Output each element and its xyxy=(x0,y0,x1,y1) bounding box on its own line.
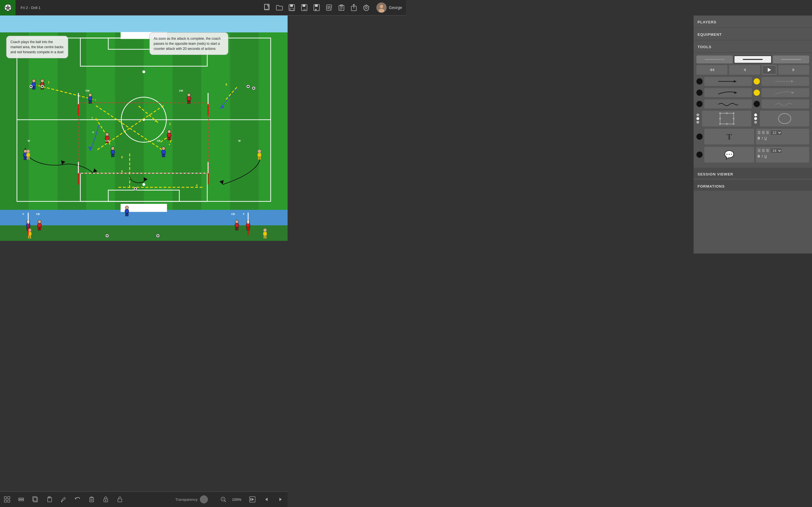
user-name: George xyxy=(389,5,402,10)
top-toolbar: Fri 2 - Drill 1 As ▣ xyxy=(0,0,406,15)
svg-rect-7 xyxy=(290,8,294,10)
svg-text:As: As xyxy=(303,8,306,11)
svg-point-27 xyxy=(380,5,383,8)
main-field-area: Coach plays the ball into the marked are… xyxy=(0,15,288,241)
open-file-button[interactable] xyxy=(273,0,286,15)
callout-1: Coach plays the ball into the marked are… xyxy=(6,36,68,58)
svg-rect-6 xyxy=(290,4,293,7)
svg-rect-3 xyxy=(264,4,268,9)
user-area: George xyxy=(372,3,406,13)
app-logo xyxy=(0,0,15,15)
share-button[interactable] xyxy=(348,0,360,15)
callout-2: As soon as the attack is complete, the c… xyxy=(149,33,229,55)
svg-point-25 xyxy=(365,7,367,9)
user-avatar xyxy=(376,3,387,13)
save-button[interactable] xyxy=(286,0,298,15)
file-label: Fri 2 - Drill 1 xyxy=(15,6,46,10)
export-button[interactable]: ▣ xyxy=(310,0,323,15)
new-file-button[interactable] xyxy=(261,0,273,15)
settings-button[interactable] xyxy=(360,0,372,15)
svg-text:▣: ▣ xyxy=(315,8,317,10)
svg-rect-9 xyxy=(303,4,305,7)
clipboard-button[interactable] xyxy=(335,0,348,15)
svg-rect-12 xyxy=(315,4,318,7)
edit-button[interactable] xyxy=(323,0,335,15)
save-as-button[interactable]: As xyxy=(298,0,310,15)
